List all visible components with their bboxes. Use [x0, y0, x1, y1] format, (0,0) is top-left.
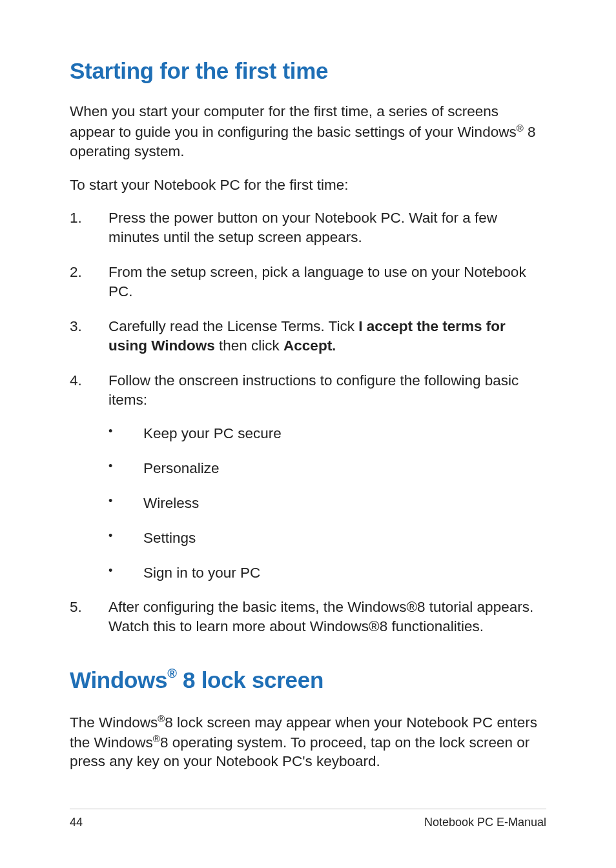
heading2-part-a: Windows [70, 667, 167, 692]
heading2-part-b: 8 lock screen [177, 667, 323, 692]
step-5: After configuring the basic items, the W… [70, 598, 546, 636]
intro-paragraph-1: When you start your computer for the fir… [70, 102, 546, 161]
registered-symbol: ® [167, 666, 176, 680]
step-4: Follow the onscreen instructions to conf… [70, 371, 546, 582]
section-heading-2: Windows® 8 lock screen [70, 667, 546, 693]
intro-paragraph-2: To start your Notebook PC for the first … [70, 176, 546, 195]
registered-symbol: ® [153, 733, 160, 744]
step-1: Press the power button on your Notebook … [70, 208, 546, 247]
registered-symbol: ® [369, 618, 380, 634]
step4-sublist: Keep your PC secure Personalize Wireless… [108, 424, 546, 583]
step4-text: Follow the onscreen instructions to conf… [108, 372, 518, 408]
subitem-2: Personalize [108, 459, 546, 478]
para1-part-a: When you start your computer for the fir… [70, 103, 517, 139]
step3-part-c: then click [215, 338, 283, 354]
registered-symbol: ® [406, 599, 417, 615]
step3-part-a: Carefully read the License Terms. Tick [108, 318, 358, 334]
section-heading-1: Starting for the first time [70, 58, 546, 84]
page-number: 44 [70, 816, 83, 829]
subitem-5: Sign in to your PC [108, 563, 546, 583]
step3-bold-2: Accept. [283, 338, 336, 354]
step5-part-a: After configuring the basic items, the W… [108, 599, 406, 615]
registered-symbol: ® [158, 713, 165, 724]
registered-symbol: ® [517, 123, 524, 134]
steps-list: Press the power button on your Notebook … [70, 208, 546, 636]
step5-part-c: 8 functionalities. [380, 618, 484, 634]
subitem-1: Keep your PC secure [108, 424, 546, 443]
subitem-3: Wireless [108, 494, 546, 513]
document-title: Notebook PC E-Manual [424, 816, 546, 829]
section2-paragraph: The Windows®8 lock screen may appear whe… [70, 712, 546, 772]
subitem-4: Settings [108, 529, 546, 548]
step-3: Carefully read the License Terms. Tick I… [70, 317, 546, 356]
step-2: From the setup screen, pick a language t… [70, 263, 546, 301]
para2-part-a: The Windows [70, 714, 158, 730]
page-footer: 44 Notebook PC E-Manual [70, 809, 546, 829]
